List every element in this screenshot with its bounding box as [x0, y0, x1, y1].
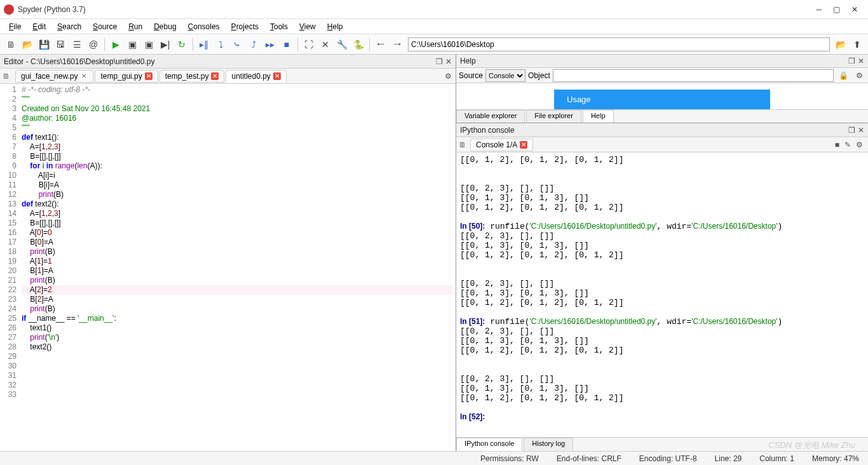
undock-icon[interactable]: ❐ — [848, 57, 855, 65]
working-dir-input[interactable] — [408, 37, 830, 51]
sub-tab[interactable]: History log — [524, 438, 573, 451]
file-tab-label: temp_gui.py — [100, 72, 142, 81]
separator — [193, 38, 193, 51]
options-icon[interactable]: ✎ — [842, 140, 853, 149]
maximize-button[interactable]: ▢ — [833, 5, 840, 14]
encoding-status: Encoding: UTF-8 — [635, 454, 701, 463]
forward-icon[interactable]: → — [389, 37, 405, 51]
browse-dir-icon[interactable]: 📂 — [833, 37, 848, 52]
file-tab-label: untitled0.py — [231, 72, 270, 81]
sub-tab[interactable]: IPython console — [456, 438, 522, 451]
file-tab[interactable]: untitled0.py✕ — [226, 70, 286, 83]
fullscreen-icon[interactable]: ✕ — [318, 37, 333, 52]
column-status: Column: 1 — [756, 454, 798, 463]
step-into-icon[interactable]: ⤷ — [229, 37, 245, 52]
console-tab[interactable]: Console 1/A ✕ — [470, 138, 533, 151]
run-selection-icon[interactable]: ▶| — [158, 37, 173, 52]
close-pane-icon[interactable]: ✕ — [445, 57, 452, 66]
console-output[interactable]: [[0, 1, 2], [0, 1, 2], [0, 1, 2]] [[0, 2… — [456, 152, 868, 437]
undock-icon[interactable]: ❐ — [848, 126, 855, 135]
gear-icon[interactable]: ⚙ — [853, 71, 865, 80]
tab-browse-icon[interactable]: 🗎 — [3, 72, 10, 81]
close-pane-icon[interactable]: ✕ — [858, 57, 864, 65]
console-tabs: 🗎 Console 1/A ✕ ■ ✎ ⚙ — [456, 137, 868, 152]
gear-icon[interactable]: ⚙ — [445, 72, 452, 81]
titlebar: Spyder (Python 3.7) ─ ▢ ✕ — [0, 0, 868, 19]
app-icon — [4, 4, 14, 15]
memory-status: Memory: 47% — [808, 454, 863, 463]
console-header: IPython console ❐ ✕ — [456, 123, 868, 137]
editor-path: Editor - C:\Users\16016\Desktop\untitled… — [4, 57, 154, 66]
close-button[interactable]: ✕ — [851, 5, 858, 14]
step-icon[interactable]: ⤵ — [213, 37, 228, 52]
continue-icon[interactable]: ▸▸ — [262, 37, 278, 52]
menu-run[interactable]: Run — [123, 21, 147, 32]
menu-file[interactable]: File — [4, 21, 26, 32]
menu-tools[interactable]: Tools — [265, 21, 293, 32]
help-header: Help ❐ ✕ — [456, 55, 868, 68]
close-pane-icon[interactable]: ✕ — [858, 126, 864, 135]
save-all-icon[interactable]: 🖫 — [53, 37, 68, 52]
minimize-button[interactable]: ─ — [816, 5, 822, 14]
menu-edit[interactable]: Edit — [27, 21, 51, 32]
close-tab-icon[interactable]: ✕ — [145, 72, 153, 80]
menu-view[interactable]: View — [294, 21, 321, 32]
sub-tab[interactable]: File explorer — [526, 110, 581, 123]
close-tab-icon[interactable]: ✕ — [211, 72, 219, 80]
run-cell-icon[interactable]: ▣ — [125, 37, 140, 52]
source-select[interactable]: Console — [485, 69, 526, 82]
save-icon[interactable]: 💾 — [36, 37, 51, 52]
debug-icon[interactable]: ▸‖ — [196, 37, 212, 52]
new-file-icon[interactable]: 🗎 — [3, 37, 18, 52]
stop-icon[interactable]: ■ — [832, 140, 842, 149]
preferences-icon[interactable]: 🔧 — [334, 37, 349, 52]
outline-icon[interactable]: ☰ — [69, 37, 85, 52]
object-input[interactable] — [553, 69, 834, 82]
separator — [369, 38, 370, 51]
sub-tab[interactable]: Variable explorer — [456, 110, 525, 123]
gear-icon[interactable]: ⚙ — [853, 140, 865, 149]
sub-tab[interactable]: Help — [583, 110, 614, 123]
help-subtabs: Variable explorerFile explorerHelp — [456, 109, 868, 123]
menu-source[interactable]: Source — [88, 21, 122, 32]
editor-header: Editor - C:\Users\16016\Desktop\untitled… — [0, 55, 456, 69]
file-tab[interactable]: temp_test.py✕ — [159, 70, 225, 83]
python-path-icon[interactable]: 🐍 — [351, 37, 366, 52]
menu-search[interactable]: Search — [52, 21, 86, 32]
menubar: FileEditSearchSourceRunDebugConsolesProj… — [0, 19, 868, 34]
back-icon[interactable]: ← — [372, 37, 389, 51]
file-tab[interactable]: gui_face_new.py✕ — [15, 70, 93, 83]
permissions-status: Permissions: RW — [477, 454, 543, 463]
run-icon[interactable]: ▶ — [108, 37, 123, 52]
maximize-pane-icon[interactable]: ⛶ — [301, 37, 316, 52]
parent-dir-icon[interactable]: ⬆ — [850, 37, 865, 52]
lock-icon[interactable]: 🔒 — [836, 71, 851, 80]
run-cell-advance-icon[interactable]: ▣ — [141, 37, 156, 52]
close-tab-icon[interactable]: ✕ — [273, 72, 281, 80]
at-icon[interactable]: @ — [86, 37, 101, 52]
stop-debug-icon[interactable]: ■ — [279, 37, 294, 52]
code-editor[interactable]: 1234567891011121314151617181920212223242… — [0, 84, 456, 451]
eol-status: End-of-lines: CRLF — [553, 454, 625, 463]
menu-help[interactable]: Help — [322, 21, 348, 32]
menu-projects[interactable]: Projects — [226, 21, 264, 32]
file-tab[interactable]: temp_gui.py✕ — [95, 70, 158, 83]
menu-debug[interactable]: Debug — [149, 21, 181, 32]
separator — [104, 38, 105, 51]
statusbar: Permissions: RW End-of-lines: CRLF Encod… — [0, 451, 868, 465]
close-tab-icon[interactable]: ✕ — [80, 72, 88, 80]
undock-icon[interactable]: ❐ — [436, 57, 443, 66]
menu-consoles[interactable]: Consoles — [183, 21, 225, 32]
object-label: Object — [528, 71, 550, 80]
console-subtabs: IPython consoleHistory log — [456, 437, 868, 451]
close-tab-icon[interactable]: ✕ — [520, 141, 527, 149]
help-title: Help — [460, 57, 476, 65]
open-file-icon[interactable]: 📂 — [20, 37, 35, 52]
toolbar: 🗎 📂 💾 🖫 ☰ @ ▶ ▣ ▣ ▶| ↻ ▸‖ ⤵ ⤷ ⤴ ▸▸ ■ ⛶ ✕… — [0, 34, 868, 55]
tab-browse-icon[interactable]: 🗎 — [459, 140, 466, 149]
rerun-icon[interactable]: ↻ — [174, 37, 189, 52]
step-out-icon[interactable]: ⤴ — [246, 37, 261, 52]
usage-section: Usage — [554, 90, 770, 109]
window-title: Spyder (Python 3.7) — [18, 5, 816, 14]
console-title: IPython console — [460, 126, 514, 135]
